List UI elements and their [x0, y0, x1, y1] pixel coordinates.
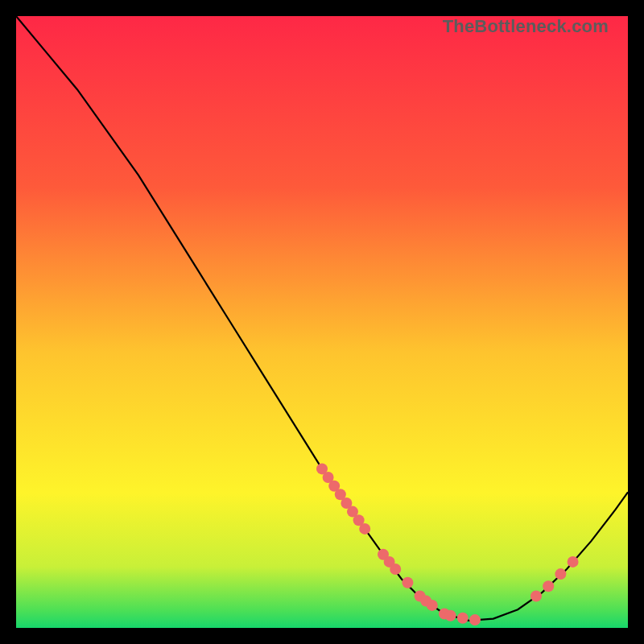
- data-point: [530, 591, 542, 602]
- data-point: [469, 614, 481, 625]
- watermark-text: TheBottleneck.com: [443, 16, 609, 37]
- data-point: [457, 613, 469, 624]
- data-point: [568, 556, 579, 568]
- data-point: [390, 564, 401, 575]
- data-point: [402, 577, 413, 588]
- chart-canvas: [16, 16, 628, 628]
- data-point: [427, 600, 438, 611]
- gradient-bg: [16, 16, 628, 628]
- data-point: [445, 610, 456, 621]
- data-point: [359, 523, 370, 535]
- data-point: [555, 568, 566, 580]
- chart-frame: TheBottleneck.com: [16, 16, 628, 628]
- data-point: [543, 580, 554, 592]
